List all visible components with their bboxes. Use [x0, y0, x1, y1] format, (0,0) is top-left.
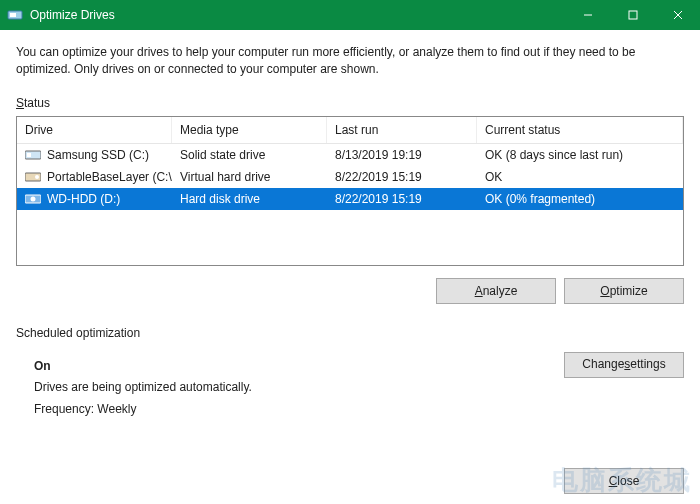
media-type: Hard disk drive [172, 190, 327, 208]
drive-name: WD-HDD (D:) [47, 192, 120, 206]
drive-icon [25, 193, 41, 205]
analyze-button[interactable]: Analyze [436, 278, 556, 304]
scheduled-body: On Drives are being optimized automatica… [16, 346, 684, 421]
scheduled-label: Scheduled optimization [16, 326, 684, 340]
svg-point-9 [35, 175, 39, 179]
col-status[interactable]: Current status [477, 117, 683, 143]
status-label: Status [16, 96, 684, 110]
svg-rect-1 [10, 13, 16, 17]
drive-name: PortableBaseLayer (C:\... [47, 170, 172, 184]
window-controls [565, 0, 700, 30]
minimize-button[interactable] [565, 0, 610, 30]
svg-point-11 [31, 196, 36, 201]
svg-rect-3 [629, 11, 637, 19]
drive-icon [25, 171, 41, 183]
drive-name: Samsung SSD (C:) [47, 148, 149, 162]
content-area: You can optimize your drives to help you… [0, 30, 700, 430]
current-status: OK (8 days since last run) [477, 146, 683, 164]
current-status: OK (0% fragmented) [477, 190, 683, 208]
change-settings-button[interactable]: Change settings [564, 352, 684, 378]
table-row[interactable]: WD-HDD (D:)Hard disk drive8/22/2019 15:1… [17, 188, 683, 210]
col-drive[interactable]: Drive [17, 117, 172, 143]
optimize-button[interactable]: Optimize [564, 278, 684, 304]
table-row[interactable]: Samsung SSD (C:)Solid state drive8/13/20… [17, 144, 683, 166]
last-run: 8/22/2019 15:19 [327, 168, 477, 186]
window-title: Optimize Drives [30, 8, 565, 22]
close-button[interactable] [655, 0, 700, 30]
titlebar: Optimize Drives [0, 0, 700, 30]
scheduled-section: Scheduled optimization On Drives are bei… [16, 326, 684, 421]
list-header: Drive Media type Last run Current status [17, 117, 683, 144]
action-buttons: Analyze Optimize [16, 278, 684, 304]
intro-text: You can optimize your drives to help you… [16, 44, 684, 78]
drives-list[interactable]: Drive Media type Last run Current status… [16, 116, 684, 266]
current-status: OK [477, 168, 683, 186]
last-run: 8/13/2019 19:19 [327, 146, 477, 164]
col-media[interactable]: Media type [172, 117, 327, 143]
close-dialog-button[interactable]: Close [564, 468, 684, 494]
scheduled-freq: Frequency: Weekly [34, 399, 684, 421]
footer: Close [564, 468, 684, 494]
svg-rect-7 [27, 153, 31, 157]
media-type: Virtual hard drive [172, 168, 327, 186]
media-type: Solid state drive [172, 146, 327, 164]
app-icon [0, 7, 30, 23]
col-last[interactable]: Last run [327, 117, 477, 143]
drive-icon [25, 149, 41, 161]
last-run: 8/22/2019 15:19 [327, 190, 477, 208]
maximize-button[interactable] [610, 0, 655, 30]
scheduled-desc: Drives are being optimized automatically… [34, 377, 684, 399]
table-row[interactable]: PortableBaseLayer (C:\...Virtual hard dr… [17, 166, 683, 188]
